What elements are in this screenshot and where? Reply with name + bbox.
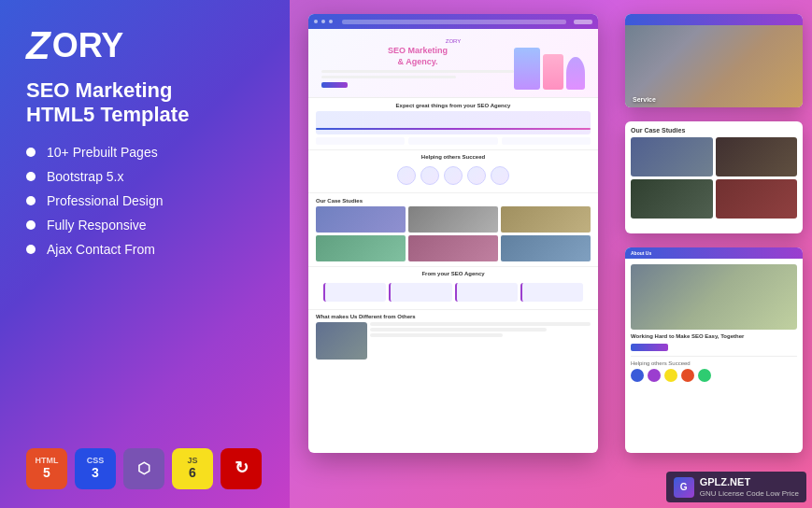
stat-item bbox=[502, 137, 591, 145]
logo-ory: ORY bbox=[52, 29, 124, 63]
bullet-icon bbox=[26, 148, 36, 157]
badge-js: JS 6 bbox=[172, 448, 213, 489]
p1-img: Service bbox=[625, 25, 803, 107]
feature-item: Bootstrap 5.x bbox=[26, 169, 264, 184]
preview-small-1: Service bbox=[625, 14, 803, 107]
circle-yellow bbox=[664, 369, 677, 382]
p1-service-label: Service bbox=[633, 96, 656, 103]
feature-label: Bootstrap 5.x bbox=[47, 169, 124, 184]
service-card bbox=[520, 283, 583, 302]
p3-content: Working Hard to Make SEO Easy, Together … bbox=[625, 259, 803, 388]
section-title-3: Our Case Studies bbox=[316, 198, 591, 204]
p3-about-img bbox=[631, 264, 797, 330]
feature-icon bbox=[491, 166, 509, 185]
brand: Z ORY bbox=[26, 26, 264, 65]
mock-hero: ZORY SEO Marketing& Agency. bbox=[308, 29, 598, 98]
chart-line bbox=[316, 128, 591, 130]
features-list: 10+ Prebuilt Pages Bootstrap 5.x Profess… bbox=[26, 145, 264, 266]
case-cell bbox=[631, 179, 713, 219]
logo-area: Z ORY SEO Marketing HTML5 Template 10+ P… bbox=[26, 26, 264, 266]
section-bottom: What makes Us Different from Others bbox=[308, 310, 598, 363]
feature-label: Professional Design bbox=[47, 193, 164, 208]
watermark: G GPLZ.NET GNU License Code Low Price bbox=[666, 472, 806, 502]
thumb-item bbox=[316, 206, 406, 233]
dot-1 bbox=[314, 20, 318, 23]
p2-inner: Our Case Studies bbox=[625, 121, 803, 224]
feature-item: Ajax Contact From bbox=[26, 242, 264, 257]
p3-header: About Us bbox=[625, 247, 803, 259]
preview-small-2: Our Case Studies bbox=[625, 121, 803, 233]
case-cell bbox=[716, 179, 798, 219]
logo-z: Z bbox=[26, 26, 50, 65]
service-card bbox=[455, 283, 518, 302]
section-title-2: Helping others Succeed bbox=[316, 154, 591, 160]
mock-stats bbox=[316, 137, 591, 145]
bottom-img bbox=[316, 322, 367, 360]
p2-grid bbox=[631, 137, 797, 219]
mock-chart bbox=[316, 111, 591, 134]
bullet-icon bbox=[26, 220, 36, 230]
thumb-item bbox=[408, 206, 498, 233]
stat-item bbox=[316, 137, 405, 145]
p3-seo-title: Helping others Succeed bbox=[631, 360, 797, 366]
feature-item: Professional Design bbox=[26, 193, 264, 208]
p3-about-label: About Us bbox=[631, 250, 651, 256]
preview-container: ZORY SEO Marketing& Agency. bbox=[308, 14, 803, 480]
feature-icon bbox=[467, 166, 486, 185]
tagline: SEO Marketing HTML5 Template bbox=[26, 78, 264, 128]
bullet-icon bbox=[26, 172, 36, 181]
circle-blue bbox=[631, 369, 644, 382]
tech-badges: HTML 5 CSS 3 ⬡ JS 6 ↻ bbox=[26, 448, 264, 489]
people-bg bbox=[625, 25, 803, 107]
case-grid bbox=[316, 206, 591, 261]
badge-css: CSS 3 bbox=[75, 448, 116, 489]
thumb-item bbox=[501, 206, 591, 233]
thumb-item bbox=[408, 235, 498, 261]
circle-green bbox=[698, 369, 711, 382]
badge-html: HTML 5 bbox=[26, 448, 67, 489]
section-title-5: What makes Us Different from Others bbox=[316, 314, 591, 319]
watermark-icon: G bbox=[674, 477, 694, 498]
p3-working-text: Working Hard to Make SEO Easy, Together bbox=[631, 333, 797, 341]
left-panel: Z ORY SEO Marketing HTML5 Template 10+ P… bbox=[0, 0, 290, 508]
section-title-1: Expect great things from your SEO Agency bbox=[316, 103, 591, 108]
bottom-row bbox=[316, 322, 591, 360]
bottom-text bbox=[370, 322, 591, 360]
p3-cta-btn[interactable] bbox=[631, 344, 668, 351]
circle-orange bbox=[681, 369, 694, 382]
thumb-item bbox=[501, 235, 591, 261]
p1-header bbox=[625, 14, 803, 25]
feature-icon bbox=[444, 166, 463, 185]
section-title-4: From your SEO Agency bbox=[316, 271, 591, 276]
watermark-text: GPLZ.NET GNU License Code Low Price bbox=[700, 475, 799, 499]
p2-title: Our Case Studies bbox=[631, 127, 797, 134]
case-cell bbox=[716, 137, 798, 176]
p3-inner: About Us Working Hard to Make SEO Easy, … bbox=[625, 247, 803, 453]
mock-hero-title: SEO Marketing& Agency. bbox=[321, 46, 514, 67]
mock-header bbox=[308, 14, 598, 29]
feature-label: Fully Responsive bbox=[47, 218, 147, 233]
section-services: From your SEO Agency bbox=[308, 267, 598, 310]
watermark-title: GPLZ.NET bbox=[700, 475, 799, 488]
badge-ajax: ↻ bbox=[221, 448, 262, 489]
p3-circles bbox=[631, 369, 797, 382]
right-panel: ZORY SEO Marketing& Agency. bbox=[290, 0, 812, 508]
section-helping: Helping others Succeed bbox=[308, 150, 598, 193]
service-card bbox=[323, 283, 386, 302]
icons-row bbox=[316, 162, 591, 189]
p3-seo-section: Helping others Succeed bbox=[631, 356, 797, 382]
feature-icon bbox=[397, 166, 416, 185]
preview-main: ZORY SEO Marketing& Agency. bbox=[308, 14, 598, 453]
dot-3 bbox=[329, 20, 333, 23]
feature-label: 10+ Prebuilt Pages bbox=[47, 145, 158, 160]
feature-label: Ajax Contact From bbox=[47, 242, 155, 257]
dot-2 bbox=[321, 20, 325, 23]
service-cards bbox=[316, 279, 591, 305]
bullet-icon bbox=[26, 245, 36, 254]
circle-purple bbox=[648, 369, 661, 382]
preview-small-3: About Us Working Hard to Make SEO Easy, … bbox=[625, 247, 803, 453]
case-cell bbox=[631, 137, 713, 176]
tagline-line1: SEO Marketing bbox=[26, 78, 264, 103]
section-case-studies: Our Case Studies bbox=[308, 193, 598, 267]
watermark-sub: GNU License Code Low Price bbox=[700, 489, 799, 499]
